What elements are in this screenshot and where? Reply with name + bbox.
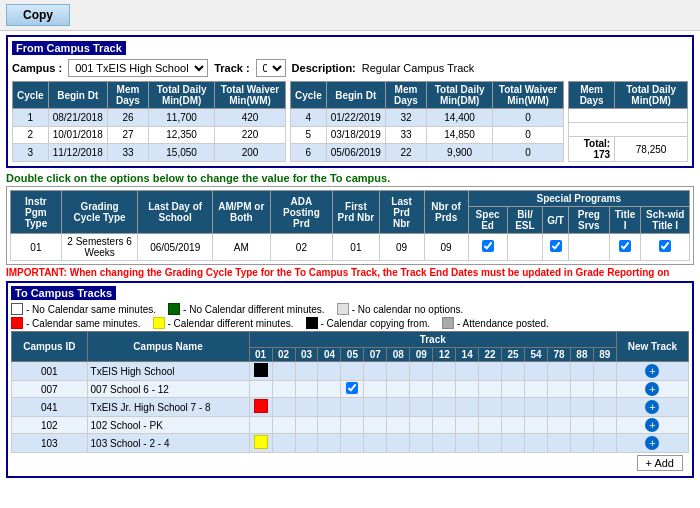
track-cell-02[interactable]	[272, 417, 295, 434]
track-cell-08[interactable]	[387, 381, 410, 398]
track-cell-01[interactable]	[249, 381, 272, 398]
track-cell-05[interactable]	[341, 362, 364, 381]
track-cell-03[interactable]	[295, 434, 318, 453]
track-cell-02[interactable]	[272, 398, 295, 417]
new-track-button[interactable]: +	[645, 418, 659, 432]
track-cell-25[interactable]	[502, 417, 525, 434]
track-cell-07[interactable]	[364, 362, 387, 381]
track-cell-88[interactable]	[570, 362, 593, 381]
track-cell-14[interactable]	[456, 417, 479, 434]
track-cell-09[interactable]	[410, 362, 433, 381]
track-cell-22[interactable]	[479, 434, 502, 453]
new-track-cell[interactable]: +	[616, 398, 688, 417]
title-i-check[interactable]	[609, 234, 641, 261]
track-cell-22[interactable]	[479, 381, 502, 398]
track-cell-09[interactable]	[410, 381, 433, 398]
track-cell-08[interactable]	[387, 417, 410, 434]
track-cell-14[interactable]	[456, 434, 479, 453]
track-cell-03[interactable]	[295, 381, 318, 398]
legend-no-cal-diff-label: - No Calendar different minutes.	[183, 304, 325, 315]
campus-select[interactable]: 001 TxEIS High School	[68, 59, 208, 77]
track-cell-05[interactable]	[341, 381, 364, 398]
track-cell-12[interactable]	[433, 434, 456, 453]
track-cell-02[interactable]	[272, 381, 295, 398]
track-cell-22[interactable]	[479, 362, 502, 381]
track-cell-88[interactable]	[570, 381, 593, 398]
track-cell-89[interactable]	[593, 381, 616, 398]
track-cell-25[interactable]	[502, 398, 525, 417]
track-cell-01[interactable]	[249, 417, 272, 434]
track-cell-01[interactable]	[249, 434, 272, 453]
track-cell-89[interactable]	[593, 417, 616, 434]
track-cell-89[interactable]	[593, 362, 616, 381]
track-cell-54[interactable]	[525, 417, 548, 434]
new-track-cell[interactable]: +	[616, 417, 688, 434]
track-cell-09[interactable]	[410, 417, 433, 434]
track-cell-25[interactable]	[502, 381, 525, 398]
track-cell-14[interactable]	[456, 398, 479, 417]
track-cell-09[interactable]	[410, 398, 433, 417]
track-cell-01[interactable]	[249, 362, 272, 381]
track-cell-78[interactable]	[548, 434, 571, 453]
track-cell-08[interactable]	[387, 362, 410, 381]
new-track-cell[interactable]: +	[616, 362, 688, 381]
track-cell-89[interactable]	[593, 398, 616, 417]
track-cell-54[interactable]	[525, 362, 548, 381]
spec-ed-check[interactable]	[468, 234, 507, 261]
track-cell-88[interactable]	[570, 434, 593, 453]
gt-check[interactable]	[543, 234, 569, 261]
copy-button[interactable]: Copy	[6, 4, 70, 26]
track-cell-22[interactable]	[479, 398, 502, 417]
track-cell-03[interactable]	[295, 417, 318, 434]
new-track-cell[interactable]: +	[616, 434, 688, 453]
track-cell-08[interactable]	[387, 434, 410, 453]
track-cell-04[interactable]	[318, 398, 341, 417]
track-cell-09[interactable]	[410, 434, 433, 453]
track-cell-07[interactable]	[364, 398, 387, 417]
track-cell-03[interactable]	[295, 362, 318, 381]
new-track-cell[interactable]: +	[616, 381, 688, 398]
track-cell-78[interactable]	[548, 417, 571, 434]
track-select[interactable]: 0	[256, 59, 286, 77]
track-cell-07[interactable]	[364, 417, 387, 434]
track-checkbox[interactable]	[346, 382, 358, 394]
track-cell-05[interactable]	[341, 417, 364, 434]
add-button[interactable]: + Add	[637, 455, 683, 471]
track-cell-08[interactable]	[387, 398, 410, 417]
schwide-check[interactable]	[641, 234, 690, 261]
track-cell-78[interactable]	[548, 398, 571, 417]
track-cell-78[interactable]	[548, 362, 571, 381]
track-cell-01[interactable]	[249, 398, 272, 417]
new-track-button[interactable]: +	[645, 436, 659, 450]
track-cell-12[interactable]	[433, 417, 456, 434]
track-cell-07[interactable]	[364, 381, 387, 398]
track-cell-12[interactable]	[433, 362, 456, 381]
track-cell-02[interactable]	[272, 434, 295, 453]
track-cell-05[interactable]	[341, 398, 364, 417]
track-cell-12[interactable]	[433, 381, 456, 398]
track-cell-04[interactable]	[318, 362, 341, 381]
track-cell-14[interactable]	[456, 381, 479, 398]
track-cell-22[interactable]	[479, 417, 502, 434]
track-cell-54[interactable]	[525, 381, 548, 398]
track-cell-88[interactable]	[570, 398, 593, 417]
track-cell-07[interactable]	[364, 434, 387, 453]
new-track-button[interactable]: +	[645, 400, 659, 414]
track-cell-25[interactable]	[502, 362, 525, 381]
track-cell-25[interactable]	[502, 434, 525, 453]
new-track-button[interactable]: +	[645, 364, 659, 378]
track-cell-54[interactable]	[525, 398, 548, 417]
track-cell-04[interactable]	[318, 417, 341, 434]
track-cell-89[interactable]	[593, 434, 616, 453]
track-cell-02[interactable]	[272, 362, 295, 381]
track-cell-04[interactable]	[318, 434, 341, 453]
track-cell-14[interactable]	[456, 362, 479, 381]
track-cell-78[interactable]	[548, 381, 571, 398]
track-cell-05[interactable]	[341, 434, 364, 453]
track-cell-12[interactable]	[433, 398, 456, 417]
track-cell-54[interactable]	[525, 434, 548, 453]
new-track-button[interactable]: +	[645, 382, 659, 396]
track-cell-03[interactable]	[295, 398, 318, 417]
track-cell-04[interactable]	[318, 381, 341, 398]
track-cell-88[interactable]	[570, 417, 593, 434]
